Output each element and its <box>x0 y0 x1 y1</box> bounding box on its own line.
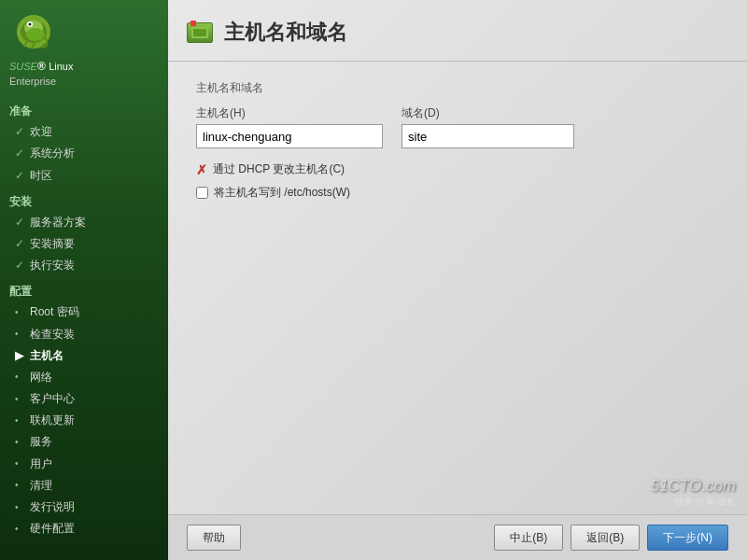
hostname-field: 主机名(H) <box>196 105 383 148</box>
sidebar-item-check-install[interactable]: • 检查安装 <box>0 324 168 345</box>
check-icon: ✓ <box>15 145 28 162</box>
section-config: 配置 <box>0 276 168 301</box>
domain-input[interactable] <box>402 124 574 148</box>
bullet-icon: • <box>15 500 28 515</box>
arrow-icon: ▶ <box>15 347 28 365</box>
check-icon: ✓ <box>15 257 28 274</box>
sidebar-item-release-notes[interactable]: • 发行说明 <box>0 497 168 518</box>
sidebar-item-sysanalysis[interactable]: ✓ 系统分析 <box>0 143 168 164</box>
bottom-bar: 帮助 中止(B) 返回(B) 下一步(N) <box>168 514 747 560</box>
content-area: 主机名和域名 主机名(H) 域名(D) ✗ 通过 DHCP 更改主机名(C) 将… <box>168 62 747 514</box>
sidebar-item-execute-install[interactable]: ✓ 执行安装 <box>0 255 168 276</box>
sidebar-item-hostname[interactable]: ▶ 主机名 <box>0 345 168 367</box>
cancel-button[interactable]: 中止(B) <box>494 525 563 551</box>
svg-rect-9 <box>193 29 206 36</box>
sidebar-item-network[interactable]: • 网络 <box>0 367 168 388</box>
sidebar-item-customer-center[interactable]: • 客户中心 <box>0 388 168 410</box>
right-buttons: 中止(B) 返回(B) 下一步(N) <box>494 525 728 551</box>
logo-text: SUSE® Linux Enterprise <box>9 60 73 89</box>
section-install: 安装 <box>0 187 168 212</box>
check-icon: ✓ <box>15 123 28 141</box>
section-prepare: 准备 <box>0 96 168 121</box>
sidebar-item-services[interactable]: • 服务 <box>0 431 168 453</box>
bullet-icon: • <box>15 435 28 450</box>
sidebar: SUSE® Linux Enterprise 准备 ✓ 欢迎 ✓ 系统分析 ✓ … <box>0 0 168 560</box>
bullet-icon: • <box>15 370 28 385</box>
check-icon: ✓ <box>15 235 28 253</box>
sidebar-item-online-update[interactable]: • 联机更新 <box>0 410 168 431</box>
suse-logo-icon <box>9 11 58 60</box>
hosts-label[interactable]: 将主机名写到 /etc/hosts(W) <box>214 185 350 201</box>
bullet-icon: • <box>15 327 28 342</box>
sidebar-item-timezone[interactable]: ✓ 时区 <box>0 165 168 187</box>
sidebar-item-install-summary[interactable]: ✓ 安装摘要 <box>0 233 168 255</box>
bullet-icon: • <box>15 305 28 320</box>
dhcp-row: ✗ 通过 DHCP 更改主机名(C) <box>196 161 719 177</box>
hosts-checkbox-row: 将主机名写到 /etc/hosts(W) <box>196 185 719 201</box>
form-group-label: 主机名和域名 <box>196 80 719 96</box>
svg-point-5 <box>26 28 45 41</box>
help-button[interactable]: 帮助 <box>187 525 241 551</box>
page-header-icon <box>187 22 213 43</box>
sidebar-item-root-password[interactable]: • Root 密码 <box>0 301 168 323</box>
bullet-icon: • <box>15 478 28 493</box>
dhcp-x-icon[interactable]: ✗ <box>196 162 207 177</box>
hostname-input[interactable] <box>196 124 383 148</box>
check-icon: ✓ <box>15 214 28 231</box>
page-title: 主机名和域名 <box>224 19 347 47</box>
sidebar-item-server-plan[interactable]: ✓ 服务器方案 <box>0 212 168 233</box>
bullet-icon: • <box>15 522 28 537</box>
back-button[interactable]: 返回(B) <box>571 525 640 551</box>
dhcp-label: 通过 DHCP 更改主机名(C) <box>213 161 345 177</box>
page-header: 主机名和域名 <box>168 0 747 62</box>
domain-label: 域名(D) <box>402 105 574 121</box>
hostname-label: 主机名(H) <box>196 105 383 121</box>
bullet-icon: • <box>15 413 28 428</box>
form-row-inputs: 主机名(H) 域名(D) <box>196 105 719 148</box>
svg-point-4 <box>29 23 32 26</box>
sidebar-item-hardware-config[interactable]: • 硬件配置 <box>0 518 168 539</box>
bullet-icon: • <box>15 392 28 407</box>
hosts-checkbox[interactable] <box>196 187 208 199</box>
logo-area: SUSE® Linux Enterprise <box>0 0 168 96</box>
next-button[interactable]: 下一步(N) <box>647 525 728 551</box>
bullet-icon: • <box>15 456 28 471</box>
sidebar-item-cleanup[interactable]: • 清理 <box>0 475 168 497</box>
main-content: 主机名和域名 主机名和域名 主机名(H) 域名(D) ✗ 通过 DHCP 更改主… <box>168 0 747 560</box>
domain-field: 域名(D) <box>402 105 574 148</box>
check-icon: ✓ <box>15 167 28 185</box>
sidebar-item-welcome[interactable]: ✓ 欢迎 <box>0 121 168 143</box>
sidebar-item-users[interactable]: • 用户 <box>0 454 168 475</box>
